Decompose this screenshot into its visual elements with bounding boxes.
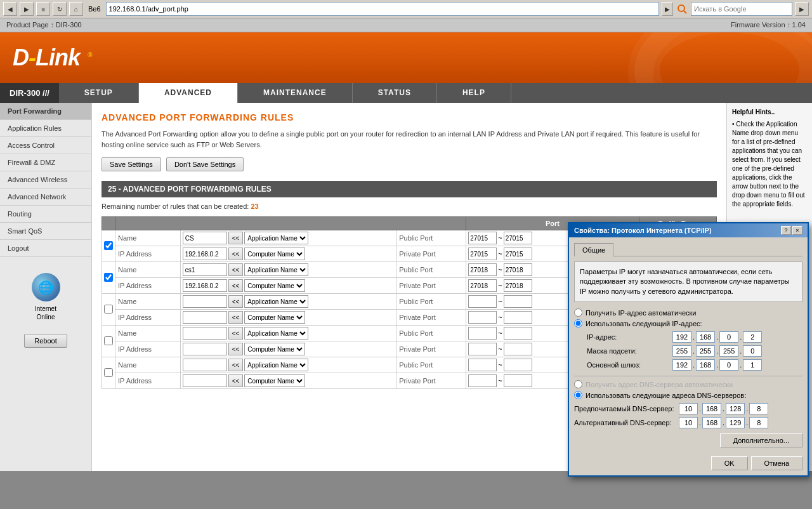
auto-dns-row: Получить адрес DNS-сервера автоматически xyxy=(574,380,802,388)
dialog-info-text: Параметры IP могут назначаться автоматич… xyxy=(574,261,802,302)
ip-address-boxes: . . . xyxy=(672,331,762,343)
dialog-cancel-button[interactable]: Отмена xyxy=(751,456,802,470)
preferred-dns-box-1[interactable] xyxy=(679,403,698,414)
subnet-row: Маска подсети: . . . xyxy=(587,345,802,357)
dns-fields-section: Предпочитаемый DNS-сервер: . . . Альте xyxy=(574,403,802,428)
auto-ip-radio[interactable] xyxy=(574,308,582,317)
gateway-dot-3: . xyxy=(740,361,742,369)
adns-dot-1: . xyxy=(699,419,701,426)
alternate-dns-row: Альтернативный DNS-сервер: . . . xyxy=(574,417,802,428)
divider xyxy=(574,376,802,376)
dialog-help-button[interactable]: ? xyxy=(781,226,791,235)
adns-dot-3: . xyxy=(746,419,748,426)
advanced-btn-row: Дополнительно... xyxy=(574,433,802,447)
alternate-dns-boxes: . . . xyxy=(679,417,768,428)
gateway-boxes: . . . xyxy=(672,359,762,371)
dns-radio-group: Получить адрес DNS-сервера автоматически… xyxy=(574,380,802,399)
dialog-title: Свойства: Протокол Интернета (TCP/IP) xyxy=(574,227,712,234)
subnet-dot-2: . xyxy=(716,347,718,355)
dialog-close-button[interactable]: × xyxy=(792,226,802,235)
advanced-button[interactable]: Дополнительно... xyxy=(720,433,802,447)
preferred-dns-box-3[interactable] xyxy=(726,403,745,414)
ip-box-3[interactable] xyxy=(719,331,738,343)
manual-ip-radio[interactable] xyxy=(574,319,582,327)
auto-dns-radio[interactable] xyxy=(574,380,582,388)
pdns-dot-1: . xyxy=(699,405,701,413)
subnet-box-1[interactable] xyxy=(672,345,691,357)
subnet-dot-1: . xyxy=(693,347,695,355)
ip-address-row: IP-адрес: . . . xyxy=(587,331,802,343)
auto-ip-row: Получить IP-адрес автоматически xyxy=(574,308,802,317)
ip-box-4[interactable] xyxy=(743,331,762,343)
manual-ip-row: Использовать следующий IP-адрес: xyxy=(574,319,802,327)
gateway-box-1[interactable] xyxy=(672,359,691,371)
manual-ip-label: Использовать следующий IP-адрес: xyxy=(586,320,702,327)
dialog-footer: OK Отмена xyxy=(569,453,808,475)
subnet-dot-3: . xyxy=(740,347,742,355)
ip-dot-2: . xyxy=(716,333,718,341)
gateway-dot-2: . xyxy=(716,361,718,369)
alternate-dns-box-1[interactable] xyxy=(679,417,698,428)
auto-dns-label: Получить адрес DNS-сервера автоматически xyxy=(586,381,733,388)
ip-box-2[interactable] xyxy=(696,331,715,343)
ip-dot-3: . xyxy=(740,333,742,341)
ip-dot-1: . xyxy=(693,333,695,341)
subnet-box-4[interactable] xyxy=(743,345,762,357)
dialog-content: Параметры IP могут назначаться автоматич… xyxy=(574,261,802,447)
subnet-label: Маска подсети: xyxy=(587,347,669,355)
dialog-controls: ? × xyxy=(781,226,802,235)
gateway-box-4[interactable] xyxy=(743,359,762,371)
preferred-dns-box-4[interactable] xyxy=(749,403,768,414)
gateway-dot-1: . xyxy=(693,361,695,369)
dialog-titlebar: Свойства: Протокол Интернета (TCP/IP) ? … xyxy=(569,223,808,237)
dialog-ok-button[interactable]: OK xyxy=(711,456,748,470)
ip-box-1[interactable] xyxy=(672,331,691,343)
gateway-row: Основной шлюз: . . . xyxy=(587,359,802,371)
alternate-dns-label: Альтернативный DNS-сервер: xyxy=(574,419,676,426)
auto-ip-label: Получить IP-адрес автоматически xyxy=(586,309,696,317)
preferred-dns-label: Предпочитаемый DNS-сервер: xyxy=(574,405,676,413)
gateway-box-3[interactable] xyxy=(719,359,738,371)
subnet-box-2[interactable] xyxy=(696,345,715,357)
ip-radio-group: Получить IP-адрес автоматически Использо… xyxy=(574,308,802,327)
adns-dot-2: . xyxy=(723,419,724,426)
gateway-box-2[interactable] xyxy=(696,359,715,371)
alternate-dns-box-3[interactable] xyxy=(726,417,745,428)
dialog-tabs: Общие xyxy=(574,242,802,256)
preferred-dns-row: Предпочитаемый DNS-сервер: . . . xyxy=(574,403,802,414)
dialog-overlay: Свойства: Протокол Интернета (TCP/IP) ? … xyxy=(0,0,812,509)
manual-dns-label: Использовать следующие адреса DNS-сервер… xyxy=(586,392,746,399)
dialog-body: Общие Параметры IP могут назначаться авт… xyxy=(569,237,808,453)
subnet-box-3[interactable] xyxy=(719,345,738,357)
preferred-dns-box-2[interactable] xyxy=(702,403,721,414)
manual-dns-radio[interactable] xyxy=(574,391,582,399)
dialog-tab-general[interactable]: Общие xyxy=(574,243,613,256)
alternate-dns-box-4[interactable] xyxy=(749,417,768,428)
alternate-dns-box-2[interactable] xyxy=(702,417,721,428)
tcpip-dialog: Свойства: Протокол Интернета (TCP/IP) ? … xyxy=(568,222,809,477)
ip-address-label: IP-адрес: xyxy=(587,333,669,341)
pdns-dot-3: . xyxy=(746,405,748,413)
gateway-label: Основной шлюз: xyxy=(587,361,669,369)
preferred-dns-boxes: . . . xyxy=(679,403,768,414)
subnet-boxes: . . . xyxy=(672,345,762,357)
manual-dns-row: Использовать следующие адреса DNS-сервер… xyxy=(574,391,802,399)
pdns-dot-2: . xyxy=(723,405,724,413)
ip-fields-section: IP-адрес: . . . Маска подсети: xyxy=(587,331,802,371)
